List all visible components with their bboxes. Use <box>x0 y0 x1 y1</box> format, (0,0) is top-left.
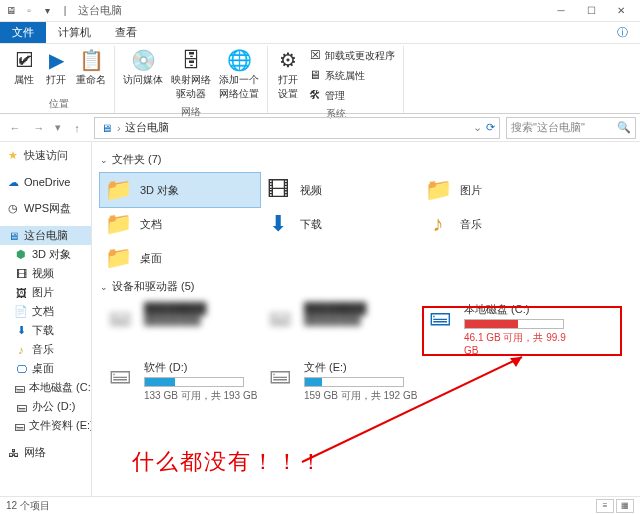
folder-picture-label: 图片 <box>460 183 482 198</box>
music-folder-icon: ♪ <box>422 211 454 237</box>
section-devices-header[interactable]: ⌄设备和驱动器 (5) <box>100 279 632 294</box>
recent-dropdown[interactable]: ▾ <box>52 117 64 139</box>
rename-button[interactable]: 📋重命名 <box>74 46 108 89</box>
sidebar-item-music[interactable]: ♪音乐 <box>0 340 91 359</box>
folder-music[interactable]: ♪音乐 <box>420 207 580 241</box>
map-drive-button[interactable]: 🗄映射网络 驱动器 <box>169 46 213 103</box>
section-folders-header[interactable]: ⌄文件夹 (7) <box>100 152 632 167</box>
sys-props-label: 系统属性 <box>325 69 365 83</box>
properties-button[interactable]: 🗹属性 <box>10 46 38 89</box>
sidebar-item-drive-c[interactable]: 🖴本地磁盘 (C:) <box>0 378 91 397</box>
folder-3d[interactable]: 📁3D 对象 <box>100 173 260 207</box>
view-details-button[interactable]: ≡ <box>596 499 614 513</box>
folder-documents[interactable]: 📁文档 <box>100 207 260 241</box>
document-icon: 📄 <box>14 305 28 319</box>
devices-header-label: 设备和驱动器 (5) <box>112 279 195 294</box>
breadcrumb-location[interactable]: 这台电脑 <box>125 120 169 135</box>
up-button[interactable]: ↑ <box>66 117 88 139</box>
folder-3d-label: 3D 对象 <box>140 183 179 198</box>
sidebar-item-quick[interactable]: ★快速访问 <box>0 146 91 165</box>
maximize-button[interactable]: ☐ <box>576 1 606 21</box>
folders-grid: 📁3D 对象 🎞视频 📁图片 📁文档 ⬇下载 ♪音乐 📁桌面 <box>100 173 632 275</box>
sidebar-item-documents[interactable]: 📄文档 <box>0 302 91 321</box>
video-icon: 🎞 <box>14 267 28 281</box>
folder-desktop[interactable]: 📁桌面 <box>100 241 260 275</box>
forward-button[interactable]: → <box>28 117 50 139</box>
sidebar-onedrive-label: OneDrive <box>24 176 70 188</box>
pc-icon: 🖥 <box>6 229 20 243</box>
folder-pictures[interactable]: 📁图片 <box>420 173 580 207</box>
back-button[interactable]: ← <box>4 117 26 139</box>
open-settings-label: 打开 设置 <box>278 73 298 101</box>
drive-icon: 🖴 <box>102 360 138 390</box>
sidebar-picture-label: 图片 <box>32 285 54 300</box>
manage-button[interactable]: 🛠管理 <box>306 86 397 105</box>
sidebar-c-label: 本地磁盘 (C:) <box>29 380 92 395</box>
add-location-button[interactable]: 🌐添加一个 网络位置 <box>217 46 261 103</box>
qat-icon[interactable]: ▫ <box>22 4 36 18</box>
view-icons-button[interactable]: ▦ <box>616 499 634 513</box>
sidebar-item-desktop[interactable]: 🖵桌面 <box>0 359 91 378</box>
close-button[interactable]: ✕ <box>606 1 636 21</box>
drive-d-name: 软件 (D:) <box>144 360 258 375</box>
address-dropdown[interactable]: ⌄ <box>473 121 482 134</box>
item-count: 12 个项目 <box>6 499 50 513</box>
nav-buttons: ← → ▾ ↑ <box>4 117 88 139</box>
uninstall-button[interactable]: ☒卸载或更改程序 <box>306 46 397 65</box>
rename-label: 重命名 <box>76 73 106 87</box>
sidebar-item-3d[interactable]: ⬢3D 对象 <box>0 245 91 264</box>
gear-icon: ⚙ <box>276 48 300 72</box>
sidebar-item-videos[interactable]: 🎞视频 <box>0 264 91 283</box>
uninstall-label: 卸载或更改程序 <box>325 49 395 63</box>
drive-blurred-1[interactable]: 🖴████████████████ <box>100 300 260 358</box>
sidebar-item-downloads[interactable]: ⬇下载 <box>0 321 91 340</box>
drive-d[interactable]: 🖴软件 (D:)133 GB 可用，共 193 GB <box>100 358 260 405</box>
sidebar-item-wps[interactable]: ◷WPS网盘 <box>0 199 91 218</box>
chevron-down-icon: ⌄ <box>100 282 108 292</box>
sidebar: ★快速访问 ☁OneDrive ◷WPS网盘 🖥这台电脑 ⬢3D 对象 🎞视频 … <box>0 142 92 496</box>
ribbon-help-icon[interactable]: ⓘ <box>605 22 640 43</box>
drive-c[interactable]: 🖴本地磁盘 (C:)46.1 GB 可用，共 99.9 GB <box>420 300 580 358</box>
open-button[interactable]: ▶打开 <box>42 46 70 89</box>
sys-props-button[interactable]: 🖥系统属性 <box>306 66 397 85</box>
refresh-button[interactable]: ⟳ <box>486 121 495 134</box>
minimize-button[interactable]: ─ <box>546 1 576 21</box>
sidebar-item-network[interactable]: 🖧网络 <box>0 443 91 462</box>
sidebar-item-onedrive[interactable]: ☁OneDrive <box>0 173 91 191</box>
tab-computer[interactable]: 计算机 <box>46 22 103 43</box>
tab-file[interactable]: 文件 <box>0 22 46 43</box>
uninstall-icon: ☒ <box>308 48 322 62</box>
sidebar-item-drive-d[interactable]: 🖴办公 (D:) <box>0 397 91 416</box>
drive-c-name: 本地磁盘 (C:) <box>464 302 578 317</box>
drive-e[interactable]: 🖴文件 (E:)159 GB 可用，共 192 GB <box>260 358 420 405</box>
manage-icon: 🛠 <box>308 88 322 102</box>
access-media-button[interactable]: 💿访问媒体 <box>121 46 165 89</box>
folder-video-label: 视频 <box>300 183 322 198</box>
drive-d-sub: 133 GB 可用，共 193 GB <box>144 389 258 403</box>
search-box[interactable]: 搜索"这台电脑" 🔍 <box>506 117 636 139</box>
sidebar-item-thispc[interactable]: 🖥这台电脑 <box>0 226 91 245</box>
group-label-position: 位置 <box>49 97 69 111</box>
main: ★快速访问 ☁OneDrive ◷WPS网盘 🖥这台电脑 ⬢3D 对象 🎞视频 … <box>0 142 640 496</box>
open-settings-button[interactable]: ⚙打开 设置 <box>274 46 302 103</box>
address-bar[interactable]: 🖥 › 这台电脑 ⌄ ⟳ <box>94 117 500 139</box>
folder-videos[interactable]: 🎞视频 <box>260 173 420 207</box>
sidebar-network-label: 网络 <box>24 445 46 460</box>
manage-label: 管理 <box>325 89 345 103</box>
breadcrumb-chevron[interactable]: › <box>117 122 121 134</box>
tab-view[interactable]: 查看 <box>103 22 149 43</box>
drive-blurred-2[interactable]: 🖴████████████████ <box>260 300 420 358</box>
sidebar-item-pictures[interactable]: 🖼图片 <box>0 283 91 302</box>
sidebar-item-drive-e[interactable]: 🖴文件资料 (E:) <box>0 416 91 435</box>
qat-dropdown-icon[interactable]: ▾ <box>40 4 54 18</box>
drive-icon: 🖴 <box>102 302 138 332</box>
globe-icon: 🌐 <box>227 48 251 72</box>
pc-icon: 🖥 <box>99 121 113 135</box>
folder-downloads[interactable]: ⬇下载 <box>260 207 420 241</box>
ribbon-group-position: 🗹属性 ▶打开 📋重命名 位置 <box>4 46 115 113</box>
search-placeholder: 搜索"这台电脑" <box>511 120 613 135</box>
wps-icon: ◷ <box>6 202 20 216</box>
media-icon: 💿 <box>131 48 155 72</box>
desktop-icon: 🖵 <box>14 362 28 376</box>
access-media-label: 访问媒体 <box>123 73 163 87</box>
